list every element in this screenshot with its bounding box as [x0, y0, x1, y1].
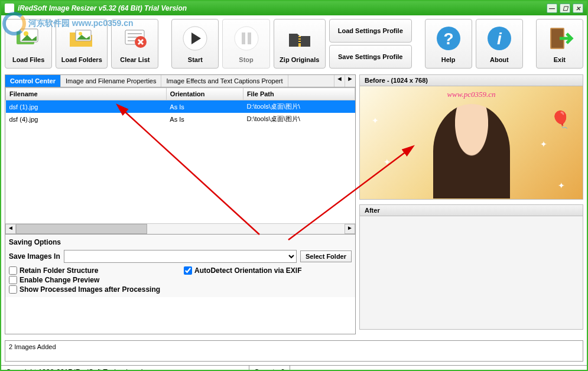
count-text: Count : 2	[249, 366, 290, 371]
select-folder-button[interactable]: Select Folder	[300, 250, 352, 262]
saving-options-title: Saving Options	[9, 238, 352, 246]
col-orientation[interactable]: Orientation	[166, 88, 243, 100]
pause-icon	[232, 24, 261, 53]
svg-point-11	[235, 27, 258, 50]
file-table[interactable]: Filename Orientation File Path dsf (1).j…	[5, 87, 355, 223]
balloons-icon: 🎈	[550, 110, 571, 129]
col-filepath[interactable]: File Path	[243, 88, 355, 100]
after-image	[359, 216, 583, 330]
app-icon	[5, 4, 14, 13]
save-images-in-label: Save Images In	[9, 252, 60, 261]
scroll-left-icon[interactable]: ◄	[5, 224, 16, 234]
tab-bar: Control Center Image and Filename Proper…	[5, 75, 355, 87]
svg-rect-12	[242, 32, 245, 44]
horizontal-scrollbar[interactable]: ◄ ►	[5, 223, 355, 234]
load-settings-button[interactable]: Load Settings Profile	[329, 19, 412, 43]
toolbar: Load Files Load Folders Clear List Start…	[1, 15, 587, 72]
maximize-button[interactable]: ☐	[560, 4, 570, 13]
enable-preview-checkbox[interactable]: Enable Change Preview	[9, 276, 160, 284]
folder-photos-icon	[67, 24, 96, 53]
stop-button: Stop	[222, 19, 269, 69]
info-icon: i	[485, 24, 514, 53]
svg-text:i: i	[497, 30, 502, 48]
table-row[interactable]: dsf (1).jpg As Is D:\tools\桌面\图片\	[6, 100, 355, 113]
exit-button[interactable]: Exit	[536, 19, 583, 69]
show-processed-checkbox[interactable]: Show Processed Images after Processing	[9, 285, 160, 294]
svg-rect-17	[298, 42, 301, 43]
image-watermark: www.pc0359.cn	[447, 90, 495, 99]
save-settings-button[interactable]: Save Settings Profile	[329, 45, 412, 69]
help-icon: ?	[434, 24, 463, 53]
save-folder-select[interactable]	[64, 250, 297, 263]
svg-rect-15	[298, 37, 301, 38]
svg-rect-16	[298, 40, 301, 41]
tab-image-effects[interactable]: Image Effects and Text Captions Propert	[161, 75, 288, 87]
zip-originals-button[interactable]: Zip Originals	[274, 19, 326, 69]
start-button[interactable]: Start	[171, 19, 219, 69]
col-filename[interactable]: Filename	[6, 88, 167, 100]
help-button[interactable]: ? Help	[425, 19, 472, 69]
table-row[interactable]: dsf (4).jpg As Is D:\tools\桌面\图片\	[6, 113, 355, 125]
copyright-text: Copyright 1998-2017 iRedSoft Technology …	[1, 366, 249, 371]
play-icon	[181, 24, 209, 53]
status-text: 2 Images Added	[5, 340, 583, 362]
photos-icon	[14, 24, 43, 53]
load-folders-button[interactable]: Load Folders	[56, 19, 108, 69]
svg-text:?: ?	[443, 30, 453, 48]
clear-icon	[121, 24, 149, 53]
tab-image-properties[interactable]: Image and Filename Properties	[61, 75, 161, 87]
saving-options: Saving Options Save Images In Select Fol…	[5, 234, 355, 297]
autodetect-checkbox[interactable]: AutoDetect Orientation via EXIF	[184, 266, 301, 275]
titlebar: iRedSoft Image Resizer v5.32 (64 Bit) Tr…	[1, 1, 587, 15]
window-title: iRedSoft Image Resizer v5.32 (64 Bit) Tr…	[18, 4, 547, 12]
load-files-button[interactable]: Load Files	[5, 19, 52, 69]
zip-icon	[285, 24, 314, 53]
exit-icon	[545, 24, 574, 53]
scroll-right-icon[interactable]: ►	[345, 224, 355, 234]
tab-control-center[interactable]: Control Center	[5, 75, 61, 87]
close-button[interactable]: ✕	[573, 4, 583, 13]
tab-scroll-right[interactable]: ►	[345, 75, 355, 87]
clear-list-button[interactable]: Clear List	[111, 19, 158, 69]
tab-scroll-left[interactable]: ◄	[334, 75, 345, 87]
before-preview: Before - (1024 x 768) www.pc0359.cn 🎈 ✦ …	[359, 74, 583, 200]
svg-rect-13	[248, 32, 251, 44]
minimize-button[interactable]: —	[547, 4, 557, 13]
before-image: www.pc0359.cn 🎈 ✦ ✦ ✦ ✦	[359, 86, 583, 200]
after-preview: After	[359, 204, 583, 330]
retain-folder-checkbox[interactable]: Retain Folder Structure	[9, 266, 160, 275]
after-label: After	[359, 204, 583, 216]
footer: Copyright 1998-2017 iRedSoft Technology …	[1, 365, 587, 371]
about-button[interactable]: i About	[476, 19, 523, 69]
before-label: Before - (1024 x 768)	[359, 74, 583, 86]
